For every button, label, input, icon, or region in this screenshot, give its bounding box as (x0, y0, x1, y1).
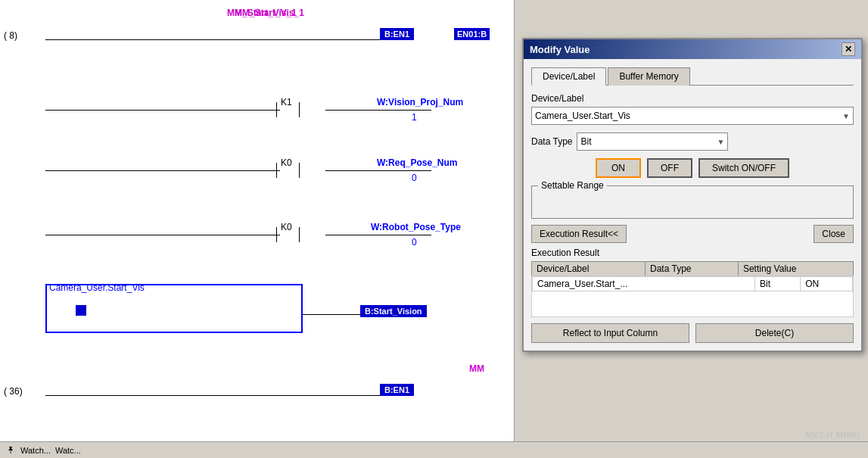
watermark-logo: MECH MIND (805, 430, 860, 439)
td-device: Camera_User.Start_... (533, 277, 755, 291)
v-line-k0a-left (276, 163, 277, 178)
td-datatype: Bit (755, 277, 801, 291)
en01-badge: EN01:B (454, 28, 490, 40)
dialog-body: Device/Label Buffer Memory Device/Label … (524, 59, 861, 351)
start-vision-badge: B:Start_Vision (360, 305, 427, 317)
status-bar: 🖈 Watch... Watc... (0, 441, 868, 458)
exec-row: Execution Result<< Close (531, 225, 854, 243)
row-8-num: ( 8) (4, 30, 17, 41)
v-line-k0b-right (299, 227, 300, 242)
data-type-label: Data Type (531, 136, 572, 147)
vision-proj-label: W:Vision_Proj_Num (377, 97, 463, 107)
device-input[interactable]: Camera_User.Start_Vis ▼ (531, 107, 854, 125)
row-36-num: ( 36) (4, 386, 23, 397)
device-input-value: Camera_User.Start_Vis (535, 111, 630, 121)
tab-buffer-memory[interactable]: Buffer Memory (608, 67, 689, 86)
k0a-label: K0 (281, 157, 292, 168)
on-button[interactable]: ON (596, 158, 641, 178)
req-pose-val: 0 (412, 173, 417, 183)
result-table: Device/Label Data Type Setting Value (531, 261, 854, 276)
coil-dot (76, 305, 86, 316)
v-line-k0b-left (276, 227, 277, 242)
close-button[interactable]: Close (814, 225, 854, 243)
v-line-k0a-right (299, 163, 300, 178)
h-line-rung2 (45, 170, 280, 171)
h-line-8 (45, 39, 394, 40)
col-device-label: Device/Label (532, 262, 646, 276)
ben1-badge-36: B:EN1 (380, 384, 414, 396)
td-setting: ON (801, 277, 853, 291)
modify-value-dialog[interactable]: Modify Value ✕ Device/Label Buffer Memor… (522, 38, 863, 352)
h-line-rung2b (325, 170, 431, 171)
k0b-label: K0 (281, 222, 292, 232)
ben1-badge-8: B:EN1 (380, 28, 414, 40)
result-data-table: Camera_User.Start_... Bit ON (532, 276, 853, 291)
robot-pose-label: W:Robot_Pose_Type (371, 222, 461, 232)
robot-pose-val: 0 (412, 237, 417, 248)
data-type-arrow: ▼ (717, 138, 725, 146)
dialog-title: Modify Value (530, 44, 590, 55)
camera-user-label: Camera_User.Start_Vis (49, 282, 145, 293)
device-label-heading: Device/Label (531, 93, 854, 104)
off-button[interactable]: OFF (647, 158, 692, 178)
pin-icon: 🖈 (6, 444, 16, 456)
reflect-button[interactable]: Reflect to Input Column (531, 323, 689, 343)
h-line-rung3 (45, 235, 280, 235)
settable-range-content (538, 189, 847, 210)
v-line-k1-left (276, 102, 277, 117)
v-line-k1-right (299, 102, 300, 117)
top-mm-label: MM_Start_Vis_1 (227, 8, 297, 18)
on-off-btn-row: ON OFF Switch ON/OFF (531, 158, 854, 178)
h-line-rung1 (45, 110, 280, 111)
tab-bar: Device/Label Buffer Memory (531, 67, 854, 86)
device-dropdown-arrow: ▼ (842, 112, 850, 120)
status-extra: Watc... (55, 446, 81, 455)
switch-onoff-button[interactable]: Switch ON/OFF (698, 158, 789, 178)
data-type-value: Bit (580, 136, 591, 147)
k1-label: K1 (281, 97, 292, 107)
vision-proj-val: 1 (412, 112, 417, 123)
dialog-titlebar: Modify Value ✕ (524, 39, 861, 59)
table-row: Camera_User.Start_... Bit ON (533, 277, 853, 291)
mm-label-36: MM (469, 363, 484, 374)
h-line-36 (45, 395, 394, 396)
data-type-row: Data Type Bit ▼ (531, 132, 854, 151)
bottom-btn-row: Reflect to Input Column Delete(C) (531, 323, 854, 343)
tab-device-label[interactable]: Device/Label (531, 67, 606, 86)
col-data-type: Data Type (646, 262, 739, 276)
h-line-rung3b (325, 235, 431, 235)
execution-result-button[interactable]: Execution Result<< (531, 225, 627, 243)
result-table-extra: Camera_User.Start_... Bit ON (531, 276, 854, 317)
h-line-rung4 (303, 314, 360, 315)
data-type-select[interactable]: Bit ▼ (577, 132, 728, 151)
req-pose-label: W:Req_Pose_Num (377, 157, 457, 168)
ladder-diagram: MM_Start_Vis_1 ( 8) B:EN1 K1 W:Vision_Pr… (0, 0, 515, 458)
close-x-button[interactable]: ✕ (842, 42, 855, 56)
settable-range-label: Settable Range (538, 180, 607, 191)
exec-result-label: Execution Result (531, 248, 854, 258)
delete-button[interactable]: Delete(C) (695, 323, 854, 343)
col-setting-value: Setting Value (738, 262, 853, 276)
settable-range-group: Settable Range (531, 185, 854, 219)
status-text: Watch... (20, 446, 51, 455)
h-line-rung1b (325, 110, 431, 111)
